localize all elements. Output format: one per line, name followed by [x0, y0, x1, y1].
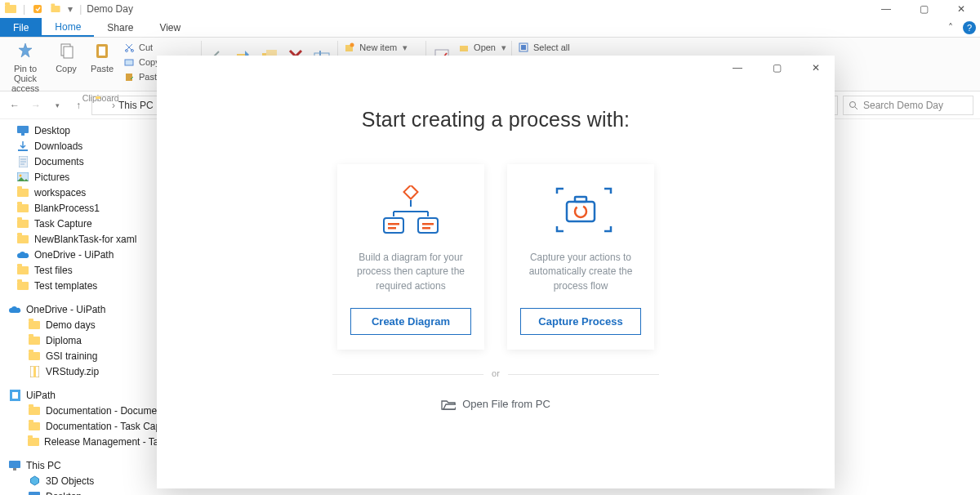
forward-button[interactable]: → — [28, 97, 44, 114]
svg-rect-34 — [13, 468, 16, 470]
window-title: Demo Day — [87, 3, 133, 15]
svg-rect-39 — [384, 218, 403, 233]
qat-icon[interactable] — [30, 2, 45, 16]
help-button[interactable]: ? — [959, 18, 980, 37]
svg-rect-42 — [388, 227, 396, 230]
tab-file[interactable]: File — [0, 18, 42, 37]
svg-point-22 — [850, 101, 856, 107]
diagram-icon — [376, 184, 446, 238]
svg-point-47 — [575, 206, 586, 217]
dialog-minimize-button[interactable]: — — [725, 58, 750, 78]
open-folder-icon — [441, 399, 456, 410]
close-button[interactable]: ✕ — [951, 3, 972, 15]
search-icon — [849, 100, 858, 110]
search-input[interactable]: Search Demo Day — [843, 96, 973, 115]
up-button[interactable]: ↑ — [70, 97, 87, 114]
dialog-maximize-button[interactable]: ▢ — [764, 58, 789, 78]
tab-view[interactable]: View — [146, 18, 194, 37]
svg-rect-33 — [9, 461, 20, 468]
svg-rect-32 — [12, 392, 18, 399]
ribbon-tabs: File Home Share View ˄ ? — [0, 18, 980, 38]
open-button[interactable]: Open▾ — [457, 41, 506, 54]
pin-to-quick-access-button[interactable]: Pin to Quick access — [5, 39, 46, 93]
capture-process-button[interactable]: Capture Process — [520, 308, 641, 335]
cut-button[interactable]: Cut — [122, 41, 196, 54]
collapse-ribbon-icon[interactable]: ˄ — [942, 18, 959, 37]
svg-rect-44 — [422, 227, 430, 230]
svg-rect-35 — [29, 492, 40, 496]
svg-point-28 — [20, 175, 22, 177]
camera-scan-icon — [546, 184, 616, 238]
svg-rect-4 — [99, 47, 105, 56]
task-capture-dialog: — ▢ ✕ Start creating a process with: — [157, 56, 835, 488]
tab-home[interactable]: Home — [42, 18, 94, 37]
svg-rect-41 — [388, 223, 399, 225]
svg-rect-38 — [404, 185, 418, 198]
svg-rect-45 — [567, 202, 595, 221]
svg-rect-43 — [422, 223, 434, 225]
back-button[interactable]: ← — [7, 97, 23, 114]
svg-rect-2 — [64, 47, 73, 58]
folder-icon — [3, 2, 18, 16]
svg-rect-18 — [460, 46, 468, 51]
svg-rect-40 — [418, 218, 438, 233]
minimize-button[interactable]: — — [875, 3, 897, 15]
copy-button[interactable]: Copy — [51, 39, 82, 74]
svg-rect-24 — [21, 133, 24, 136]
new-item-button[interactable]: New item▾ — [343, 41, 421, 54]
select-all-button[interactable]: Select all — [517, 41, 581, 54]
tab-share[interactable]: Share — [94, 18, 146, 37]
svg-rect-0 — [33, 5, 42, 13]
svg-rect-25 — [18, 149, 28, 151]
svg-rect-23 — [17, 126, 29, 133]
separator: | — [79, 3, 82, 15]
open-file-from-pc-button[interactable]: Open File from PC — [441, 398, 550, 410]
create-diagram-desc: Build a diagram for your process then ca… — [350, 251, 471, 293]
create-diagram-card: Build a diagram for your process then ca… — [337, 164, 484, 350]
capture-process-card: Capture your actions to automatically cr… — [507, 164, 654, 350]
separator: | — [23, 3, 25, 15]
svg-rect-30 — [33, 366, 36, 377]
dialog-close-button[interactable]: ✕ — [804, 58, 828, 78]
qat-dropdown-icon[interactable]: ▾ — [68, 3, 73, 15]
svg-rect-7 — [125, 60, 133, 65]
svg-rect-20 — [521, 45, 526, 50]
svg-point-5 — [126, 50, 128, 52]
folder-small-icon[interactable] — [48, 2, 63, 16]
paste-button[interactable]: Paste — [87, 39, 118, 74]
window-titlebar: | ▾ | Demo Day — ▢ ✕ — [0, 0, 980, 18]
recent-dropdown[interactable]: ▾ — [49, 97, 65, 114]
maximize-button[interactable]: ▢ — [913, 3, 934, 15]
dialog-heading: Start creating a process with: — [362, 108, 630, 132]
divider: or — [332, 374, 659, 375]
svg-point-15 — [350, 43, 354, 47]
folder-icon — [96, 99, 109, 112]
tree-item-desktop-pc[interactable]: Desktop — [0, 488, 188, 495]
svg-rect-8 — [126, 74, 132, 81]
create-diagram-button[interactable]: Create Diagram — [350, 308, 471, 335]
capture-process-desc: Capture your actions to automatically cr… — [520, 251, 641, 293]
svg-rect-46 — [575, 197, 586, 202]
